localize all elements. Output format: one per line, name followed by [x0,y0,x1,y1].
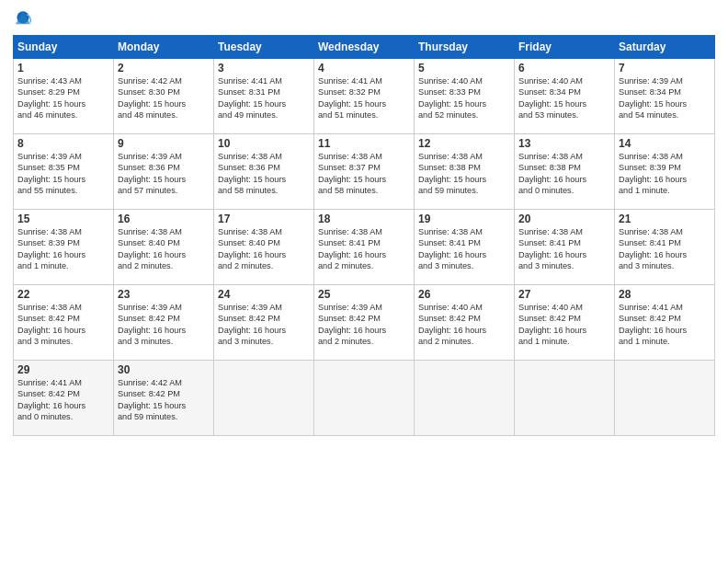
day-cell [415,361,515,436]
day-info: Sunrise: 4:38 AM Sunset: 8:40 PM Dayligh… [118,226,210,272]
day-cell: 2Sunrise: 4:42 AM Sunset: 8:30 PM Daylig… [114,59,214,134]
day-cell [214,361,314,436]
day-number: 8 [17,137,109,150]
day-number: 18 [318,213,410,225]
day-cell: 18Sunrise: 4:38 AM Sunset: 8:41 PM Dayli… [314,210,415,285]
day-info: Sunrise: 4:42 AM Sunset: 8:42 PM Dayligh… [118,377,210,423]
day-cell: 21Sunrise: 4:38 AM Sunset: 8:41 PM Dayli… [615,210,715,285]
day-info: Sunrise: 4:38 AM Sunset: 8:41 PM Dayligh… [418,226,510,272]
day-info: Sunrise: 4:41 AM Sunset: 8:42 PM Dayligh… [17,377,109,423]
day-info: Sunrise: 4:38 AM Sunset: 8:39 PM Dayligh… [17,226,109,272]
day-cell [314,361,415,436]
day-cell: 16Sunrise: 4:38 AM Sunset: 8:40 PM Dayli… [114,210,214,285]
page-header [13,9,715,29]
day-number: 27 [518,288,610,301]
day-cell [515,361,615,436]
day-info: Sunrise: 4:41 AM Sunset: 8:32 PM Dayligh… [318,75,410,121]
weekday-thursday: Thursday [415,36,515,59]
day-info: Sunrise: 4:41 AM Sunset: 8:31 PM Dayligh… [218,75,310,121]
day-number: 15 [17,213,109,225]
day-cell: 14Sunrise: 4:38 AM Sunset: 8:39 PM Dayli… [615,134,715,210]
day-cell: 25Sunrise: 4:39 AM Sunset: 8:42 PM Dayli… [314,285,415,361]
week-row-2: 8Sunrise: 4:39 AM Sunset: 8:35 PM Daylig… [14,134,715,210]
week-row-3: 15Sunrise: 4:38 AM Sunset: 8:39 PM Dayli… [14,210,715,285]
day-number: 23 [118,288,210,301]
day-cell: 19Sunrise: 4:38 AM Sunset: 8:41 PM Dayli… [415,210,515,285]
day-info: Sunrise: 4:39 AM Sunset: 8:42 PM Dayligh… [218,302,310,348]
day-cell: 1Sunrise: 4:43 AM Sunset: 8:29 PM Daylig… [14,59,114,134]
day-info: Sunrise: 4:40 AM Sunset: 8:33 PM Dayligh… [418,75,510,121]
weekday-sunday: Sunday [14,36,114,59]
day-cell: 8Sunrise: 4:39 AM Sunset: 8:35 PM Daylig… [14,134,114,210]
day-info: Sunrise: 4:38 AM Sunset: 8:41 PM Dayligh… [318,226,410,272]
day-number: 9 [118,137,210,150]
day-number: 11 [318,137,410,150]
day-info: Sunrise: 4:38 AM Sunset: 8:36 PM Dayligh… [218,151,310,197]
day-number: 25 [318,288,410,301]
day-cell: 11Sunrise: 4:38 AM Sunset: 8:37 PM Dayli… [314,134,415,210]
day-number: 13 [518,137,610,150]
day-info: Sunrise: 4:42 AM Sunset: 8:30 PM Dayligh… [118,75,210,121]
day-cell [615,361,715,436]
day-number: 2 [118,62,210,75]
day-cell: 30Sunrise: 4:42 AM Sunset: 8:42 PM Dayli… [114,361,214,436]
week-row-5: 29Sunrise: 4:41 AM Sunset: 8:42 PM Dayli… [14,361,715,436]
day-cell: 28Sunrise: 4:41 AM Sunset: 8:42 PM Dayli… [615,285,715,361]
day-cell: 26Sunrise: 4:40 AM Sunset: 8:42 PM Dayli… [415,285,515,361]
day-number: 26 [418,288,510,301]
day-info: Sunrise: 4:40 AM Sunset: 8:34 PM Dayligh… [518,75,610,121]
day-cell: 23Sunrise: 4:39 AM Sunset: 8:42 PM Dayli… [114,285,214,361]
day-cell: 9Sunrise: 4:39 AM Sunset: 8:36 PM Daylig… [114,134,214,210]
day-number: 17 [218,213,310,225]
day-number: 4 [318,62,410,75]
day-number: 24 [218,288,310,301]
weekday-monday: Monday [114,36,214,59]
week-row-4: 22Sunrise: 4:38 AM Sunset: 8:42 PM Dayli… [14,285,715,361]
weekday-header-row: SundayMondayTuesdayWednesdayThursdayFrid… [14,36,715,59]
day-info: Sunrise: 4:38 AM Sunset: 8:38 PM Dayligh… [518,151,610,197]
day-number: 30 [118,363,210,376]
day-info: Sunrise: 4:38 AM Sunset: 8:41 PM Dayligh… [619,226,711,272]
day-cell: 3Sunrise: 4:41 AM Sunset: 8:31 PM Daylig… [214,59,314,134]
day-number: 21 [619,213,711,225]
day-info: Sunrise: 4:39 AM Sunset: 8:42 PM Dayligh… [318,302,410,348]
day-info: Sunrise: 4:40 AM Sunset: 8:42 PM Dayligh… [418,302,510,348]
day-cell: 20Sunrise: 4:38 AM Sunset: 8:41 PM Dayli… [515,210,615,285]
day-info: Sunrise: 4:39 AM Sunset: 8:36 PM Dayligh… [118,151,210,197]
day-number: 22 [17,288,109,301]
day-number: 20 [518,213,610,225]
day-cell: 7Sunrise: 4:39 AM Sunset: 8:34 PM Daylig… [615,59,715,134]
day-info: Sunrise: 4:39 AM Sunset: 8:34 PM Dayligh… [619,75,711,121]
weekday-wednesday: Wednesday [314,36,415,59]
day-number: 6 [518,62,610,75]
day-info: Sunrise: 4:38 AM Sunset: 8:39 PM Dayligh… [619,151,711,197]
day-cell: 24Sunrise: 4:39 AM Sunset: 8:42 PM Dayli… [214,285,314,361]
day-info: Sunrise: 4:38 AM Sunset: 8:41 PM Dayligh… [518,226,610,272]
day-number: 12 [418,137,510,150]
day-info: Sunrise: 4:43 AM Sunset: 8:29 PM Dayligh… [17,75,109,121]
weekday-tuesday: Tuesday [214,36,314,59]
day-cell: 4Sunrise: 4:41 AM Sunset: 8:32 PM Daylig… [314,59,415,134]
day-number: 14 [619,137,711,150]
weekday-saturday: Saturday [615,36,715,59]
day-info: Sunrise: 4:39 AM Sunset: 8:35 PM Dayligh… [17,151,109,197]
day-number: 10 [218,137,310,150]
calendar-table: SundayMondayTuesdayWednesdayThursdayFrid… [13,35,715,436]
day-cell: 15Sunrise: 4:38 AM Sunset: 8:39 PM Dayli… [14,210,114,285]
day-info: Sunrise: 4:41 AM Sunset: 8:42 PM Dayligh… [619,302,711,348]
day-cell: 17Sunrise: 4:38 AM Sunset: 8:40 PM Dayli… [214,210,314,285]
day-info: Sunrise: 4:39 AM Sunset: 8:42 PM Dayligh… [118,302,210,348]
day-number: 3 [218,62,310,75]
day-info: Sunrise: 4:38 AM Sunset: 8:42 PM Dayligh… [17,302,109,348]
day-cell: 13Sunrise: 4:38 AM Sunset: 8:38 PM Dayli… [515,134,615,210]
week-row-1: 1Sunrise: 4:43 AM Sunset: 8:29 PM Daylig… [14,59,715,134]
day-cell: 6Sunrise: 4:40 AM Sunset: 8:34 PM Daylig… [515,59,615,134]
day-number: 28 [619,288,711,301]
day-cell: 5Sunrise: 4:40 AM Sunset: 8:33 PM Daylig… [415,59,515,134]
day-number: 1 [17,62,109,75]
day-cell: 10Sunrise: 4:38 AM Sunset: 8:36 PM Dayli… [214,134,314,210]
day-number: 16 [118,213,210,225]
day-info: Sunrise: 4:38 AM Sunset: 8:40 PM Dayligh… [218,226,310,272]
day-cell: 27Sunrise: 4:40 AM Sunset: 8:42 PM Dayli… [515,285,615,361]
day-number: 7 [619,62,711,75]
